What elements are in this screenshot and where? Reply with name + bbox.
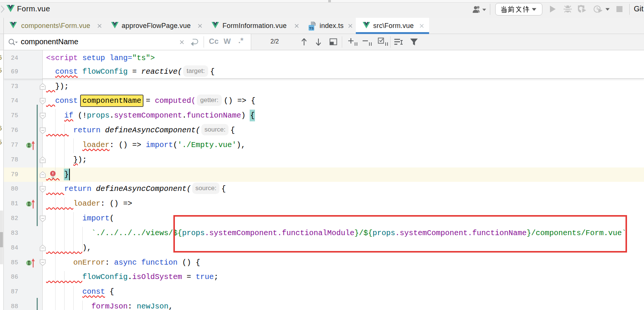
svg-text:TS: TS [309,26,314,30]
